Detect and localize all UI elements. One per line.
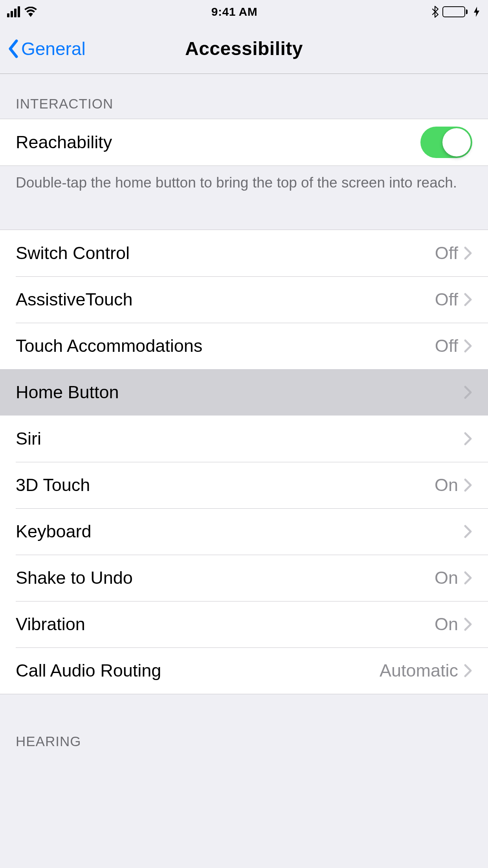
cell-value: On (435, 475, 458, 495)
chevron-right-icon (464, 385, 472, 399)
chevron-right-icon (464, 617, 472, 631)
cell-assistivetouch[interactable]: AssistiveTouch Off (0, 276, 488, 323)
cell-label: Siri (16, 428, 458, 449)
status-bar-time: 9:41 AM (211, 5, 257, 18)
chevron-right-icon (464, 478, 472, 492)
cell-keyboard[interactable]: Keyboard (0, 508, 488, 555)
cell-value: Off (435, 243, 458, 263)
cell-group-reachability: Reachability (0, 119, 488, 166)
cell-vibration[interactable]: Vibration On (0, 601, 488, 647)
chevron-right-icon (464, 292, 472, 307)
navigation-bar: General Accessibility (0, 24, 488, 74)
chevron-right-icon (464, 246, 472, 260)
chevron-right-icon (464, 339, 472, 353)
cell-shake-to-undo[interactable]: Shake to Undo On (0, 555, 488, 601)
chevron-right-icon (464, 571, 472, 585)
section-header-interaction: Interaction (0, 74, 488, 119)
cell-label: Home Button (16, 382, 458, 403)
chevron-left-icon (7, 39, 19, 58)
cell-label: Keyboard (16, 521, 458, 542)
spacer (0, 204, 488, 230)
cell-label: Switch Control (16, 243, 435, 263)
bluetooth-icon (431, 6, 438, 18)
cell-switch-control[interactable]: Switch Control Off (0, 230, 488, 276)
cellular-signal-icon (7, 6, 20, 17)
chevron-right-icon (464, 432, 472, 446)
cell-value: Automatic (380, 660, 458, 681)
cell-label: 3D Touch (16, 475, 435, 495)
cell-value: On (435, 614, 458, 634)
cell-3d-touch[interactable]: 3D Touch On (0, 462, 488, 508)
cell-value: On (435, 568, 458, 588)
cell-siri[interactable]: Siri (0, 416, 488, 462)
section-header-hearing: Hearing (0, 694, 488, 756)
cell-value: Off (435, 336, 458, 356)
status-bar-right (431, 6, 479, 18)
cell-reachability[interactable]: Reachability (0, 119, 488, 166)
cell-group-interaction: Switch Control Off AssistiveTouch Off To… (0, 230, 488, 694)
battery-icon (442, 6, 468, 17)
charging-bolt-icon (471, 7, 479, 17)
cell-call-audio-routing[interactable]: Call Audio Routing Automatic (0, 647, 488, 694)
back-button-label: General (21, 38, 86, 59)
status-bar: 9:41 AM (0, 0, 488, 24)
cell-touch-accommodations[interactable]: Touch Accommodations Off (0, 323, 488, 369)
cell-home-button[interactable]: Home Button (0, 369, 488, 416)
chevron-right-icon (464, 524, 472, 539)
status-bar-left (7, 6, 37, 17)
reachability-toggle[interactable] (420, 127, 472, 158)
section-footer-reachability: Double-tap the home button to bring the … (0, 166, 488, 204)
cell-label: AssistiveTouch (16, 289, 435, 310)
cell-value: Off (435, 289, 458, 310)
cell-label: Shake to Undo (16, 568, 435, 588)
cell-label: Reachability (16, 132, 420, 153)
page-title: Accessibility (185, 38, 303, 59)
cell-label: Vibration (16, 614, 435, 634)
wifi-icon (24, 7, 37, 17)
chevron-right-icon (464, 664, 472, 678)
cell-label: Touch Accommodations (16, 336, 435, 356)
cell-label: Call Audio Routing (16, 660, 380, 681)
back-button[interactable]: General (7, 38, 86, 59)
